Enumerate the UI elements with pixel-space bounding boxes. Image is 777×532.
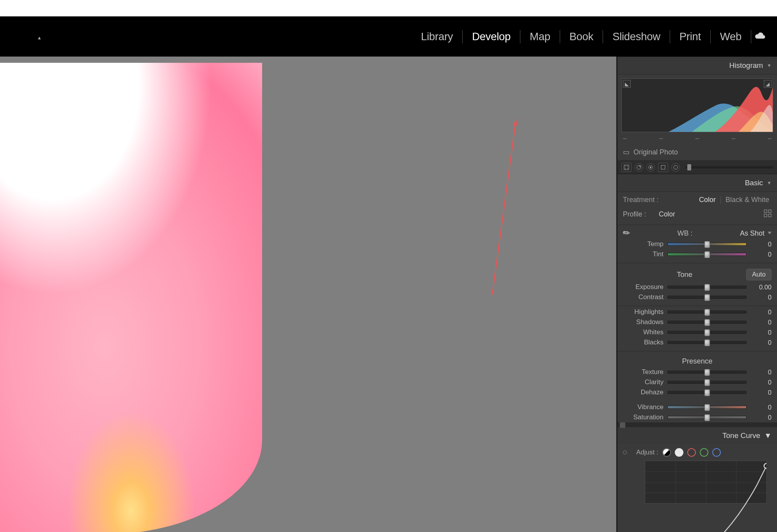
curve-channel-parametric[interactable] <box>662 448 671 457</box>
curve-channel-point[interactable] <box>675 448 683 457</box>
wb-preset-dropdown[interactable]: As Shot <box>740 229 772 238</box>
collapse-icon: ▼ <box>767 63 772 68</box>
tint-value[interactable]: 0 <box>750 251 772 258</box>
tint-slider[interactable] <box>667 253 747 256</box>
dehaze-slider[interactable] <box>667 391 747 394</box>
histo-tick: – <box>695 135 699 142</box>
svg-rect-15 <box>768 214 771 217</box>
curve-channel-red[interactable] <box>687 448 696 457</box>
redeye-tool-button[interactable] <box>646 163 655 172</box>
presence-section-header: Presence <box>617 352 777 367</box>
original-photo-label: Original Photo <box>633 148 678 156</box>
highlights-value[interactable]: 0 <box>750 309 772 316</box>
module-tab-map[interactable]: Map <box>520 30 560 43</box>
histogram-title: Histogram <box>729 61 763 70</box>
wb-label: WB : <box>634 229 736 238</box>
module-tab-develop[interactable]: Develop <box>463 30 520 43</box>
wb-eyedropper-icon[interactable]: ✎ <box>621 227 633 239</box>
vibrance-slider[interactable] <box>667 406 747 409</box>
profile-browser-icon[interactable] <box>764 209 772 219</box>
image-canvas[interactable] <box>0 57 616 532</box>
collapse-icon: ▼ <box>764 431 772 440</box>
whites-value[interactable]: 0 <box>750 329 772 336</box>
tint-label: Tint <box>623 250 663 258</box>
adjust-label: Adjust : <box>636 449 658 456</box>
treatment-bw-option[interactable]: Black & White <box>723 196 772 204</box>
identity-plate-toggle-icon[interactable]: ▲ <box>37 35 42 41</box>
blacks-value[interactable]: 0 <box>750 339 772 346</box>
svg-point-6 <box>637 165 641 169</box>
saturation-slider[interactable] <box>667 416 747 419</box>
module-tabs: Library Develop Map Book Slideshow Print… <box>412 16 766 57</box>
svg-point-9 <box>650 167 651 168</box>
svg-rect-13 <box>768 210 771 213</box>
contrast-slider[interactable] <box>667 296 747 299</box>
blacks-label: Blacks <box>623 339 663 346</box>
auto-tone-button[interactable]: Auto <box>746 269 772 280</box>
module-tab-book[interactable]: Book <box>560 30 603 43</box>
tone-curve-graph[interactable] <box>645 461 767 504</box>
treatment-sep <box>720 196 721 204</box>
saturation-value[interactable]: 0 <box>750 414 772 421</box>
shadows-slider[interactable] <box>667 321 747 324</box>
profile-dropdown[interactable]: Color <box>659 210 675 218</box>
highlights-slider-row: Highlights 0 <box>617 307 777 317</box>
treatment-color-option[interactable]: Color <box>697 196 718 204</box>
histogram-chart[interactable]: ◣ ◢ <box>621 78 773 132</box>
radial-filter-button[interactable] <box>671 163 680 172</box>
preview-image <box>0 63 262 532</box>
clarity-slider[interactable] <box>667 381 747 384</box>
sync-cloud-icon[interactable] <box>754 32 766 42</box>
clarity-value[interactable]: 0 <box>750 379 772 386</box>
histo-tick: – <box>768 135 772 142</box>
vibrance-label: Vibrance <box>623 403 663 411</box>
histo-tick: – <box>732 135 735 142</box>
annotation-arrow-icon <box>488 119 520 298</box>
graduated-filter-button[interactable] <box>658 163 668 172</box>
texture-value[interactable]: 0 <box>750 369 772 376</box>
module-tab-web[interactable]: Web <box>711 30 751 43</box>
curve-channel-green[interactable] <box>700 448 708 457</box>
profile-label: Profile : <box>623 210 659 218</box>
tone-curve-adjust-row: Adjust : <box>617 444 777 461</box>
temp-slider[interactable] <box>667 243 747 246</box>
vibrance-value[interactable]: 0 <box>750 404 772 411</box>
white-balance-row: ✎ WB : As Shot <box>617 225 777 239</box>
temp-value[interactable]: 0 <box>750 241 772 248</box>
exposure-slider-row: Exposure 0.00 <box>617 282 777 292</box>
exposure-value[interactable]: 0.00 <box>750 284 772 291</box>
tint-slider-row: Tint 0 <box>617 249 777 259</box>
spot-removal-button[interactable] <box>635 163 643 172</box>
whites-slider[interactable] <box>667 331 747 334</box>
shadows-value[interactable]: 0 <box>750 319 772 326</box>
crop-tool-button[interactable] <box>621 163 632 172</box>
module-tab-print[interactable]: Print <box>670 30 710 43</box>
svg-point-5 <box>627 168 628 169</box>
temp-label: Temp <box>623 240 663 248</box>
shadows-slider-row: Shadows 0 <box>617 317 777 327</box>
texture-slider[interactable] <box>667 371 747 374</box>
module-tab-slideshow[interactable]: Slideshow <box>603 30 670 43</box>
module-tab-library[interactable]: Library <box>412 30 462 43</box>
histogram-panel-header[interactable]: Histogram ▼ <box>617 57 777 74</box>
dehaze-value[interactable]: 0 <box>750 389 772 396</box>
contrast-label: Contrast <box>623 293 663 301</box>
basic-panel-header[interactable]: Basic ▼ <box>617 174 777 192</box>
profile-row: Profile : Color <box>617 206 777 225</box>
panel-switch-handle[interactable] <box>617 422 777 427</box>
original-photo-row[interactable]: ▭ Original Photo <box>617 145 777 161</box>
highlights-slider[interactable] <box>667 310 747 314</box>
tone-curve-panel-header[interactable]: Tone Curve ▼ <box>617 427 777 444</box>
curve-channel-blue[interactable] <box>712 448 721 457</box>
clarity-label: Clarity <box>623 378 663 386</box>
contrast-value[interactable]: 0 <box>750 294 772 301</box>
histo-tick: – <box>623 135 626 142</box>
svg-line-0 <box>492 122 516 294</box>
target-adjust-icon[interactable] <box>623 450 627 454</box>
exposure-slider[interactable] <box>667 286 747 289</box>
blacks-slider[interactable] <box>667 341 747 344</box>
window-titlebar <box>0 0 777 16</box>
mask-amount-slider[interactable] <box>685 166 773 168</box>
basic-title: Basic <box>745 179 763 187</box>
module-picker-bar: ▲ Library Develop Map Book Slideshow Pri… <box>0 16 777 57</box>
